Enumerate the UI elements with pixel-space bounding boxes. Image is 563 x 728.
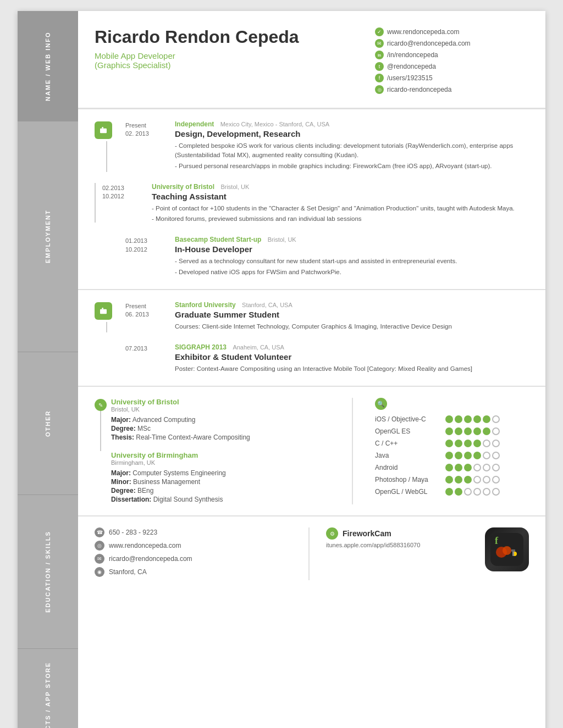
twitter-icon: t <box>375 62 384 71</box>
flickr-icon: f <box>375 74 384 82</box>
company-3: Basecamp Student Start-up Bristol, UK <box>175 236 529 243</box>
app-icon: ⚙ <box>326 527 338 540</box>
other-company-1: Stanford University Stanford, CA, USA <box>175 301 529 309</box>
other-company-2: SIGGRAPH 2013 Anaheim, CA, USA <box>175 343 529 351</box>
skill-row-3: Java <box>375 452 529 459</box>
contact-website: ✓ www.rendoncepeda.com <box>375 27 529 36</box>
contact-email-row: ✉ ricardo@rendoncepeda.com <box>95 554 297 564</box>
skill-row-5: Photoshop / Maya <box>375 476 529 484</box>
contact-web-icon: ◎ <box>95 541 104 551</box>
contact-linkedin: in /in/rendoncepeda <box>375 51 529 59</box>
edu-icon-1: ✎ <box>95 399 107 411</box>
contacts-right: ⚙ FireworkCam itunes.apple.com/app/id588… <box>321 527 529 580</box>
job-title-2: Teaching Assistant <box>152 192 529 201</box>
full-name: Ricardo Rendon Cepeda <box>95 27 375 47</box>
skill-row-2: C / C++ <box>375 440 529 447</box>
skills-list: iOS / Objective-COpenGL ESC / C++JavaAnd… <box>375 415 529 496</box>
skills-col: 🔍 iOS / Objective-COpenGL ESC / C++JavaA… <box>364 398 529 504</box>
svg-rect-0 <box>100 129 107 134</box>
job-desc-3: - Served as a technology consultant for … <box>175 257 529 277</box>
app-info: ⚙ FireworkCam itunes.apple.com/app/id588… <box>326 527 420 548</box>
contact-twitter: t @rendoncepeda <box>375 62 529 71</box>
other-entry-1: Present 06. 2013 Stanford University Sta… <box>95 301 529 332</box>
contacts-section: ☎ 650 - 283 - 9223 ◎ www.rendoncepeda.co… <box>78 516 545 591</box>
sidebar: NAME / WEB INFO EMPLOYMENT OTHER EDUCATI… <box>18 11 78 728</box>
email-icon: ✉ <box>375 39 384 48</box>
website-icon: ✓ <box>375 27 384 36</box>
skill-row-6: OpenGL / WebGL <box>375 488 529 496</box>
sidebar-employment: EMPLOYMENT <box>18 121 78 352</box>
other-content-1: Stanford University Stanford, CA, USA Gr… <box>175 301 529 332</box>
svg-point-4 <box>503 546 511 555</box>
contact-website-row: ◎ www.rendoncepeda.com <box>95 541 297 551</box>
header-left: Ricardo Rendon Cepeda Mobile App Develop… <box>95 27 375 97</box>
date-1: Present 02. 2013 <box>125 120 175 172</box>
skills-search-icon: 🔍 <box>375 398 387 410</box>
sidebar-edu-skills: EDUCATION / SKILLS <box>18 494 78 648</box>
employment-entry-3: 01.2013 10.2012 Basecamp Student Start-u… <box>95 236 529 278</box>
svg-text:f: f <box>495 535 499 546</box>
skill-row-4: Android <box>375 464 529 471</box>
contact-email: ✉ ricardo@rendoncepeda.com <box>375 39 529 48</box>
contacts-left: ☎ 650 - 283 - 9223 ◎ www.rendoncepeda.co… <box>95 527 310 580</box>
app-store-logo: f <box>485 527 529 571</box>
job-title: Mobile App Developer (Graphics Specialis… <box>95 51 375 70</box>
other-icon-1 <box>95 302 112 320</box>
entry-content-2: University of Bristol Bristol, UK Teachi… <box>152 183 529 225</box>
other-content-2: SIGGRAPH 2013 Anaheim, CA, USA Exhibitor… <box>175 343 529 375</box>
contact-location-row: ◉ Stanford, CA <box>95 567 297 577</box>
phone-icon: ☎ <box>95 527 104 537</box>
other-desc-1: Courses: Client-side Internet Technology… <box>175 322 529 331</box>
employment-icon-1 <box>95 121 112 139</box>
employment-entry-1: Present 02. 2013 Independent Mexico City… <box>95 120 529 172</box>
edu-skills-section: ✎ University of Bristol Bristol, UK Majo… <box>78 387 545 516</box>
sidebar-name-webinfo: NAME / WEB INFO <box>18 11 78 121</box>
sidebar-contacts: CONTACTS / APP STORE <box>18 648 78 728</box>
contact-flickr: f /users/1923515 <box>375 74 529 82</box>
entry-content-1: Independent Mexico City, Mexico - Stanfo… <box>175 120 529 172</box>
education-col: ✎ University of Bristol Bristol, UK Majo… <box>95 398 353 504</box>
header-section: Ricardo Rendon Cepeda Mobile App Develop… <box>78 11 545 109</box>
company-2: University of Bristol Bristol, UK <box>152 183 529 191</box>
github-icon: ◎ <box>375 85 384 94</box>
skill-row-0: iOS / Objective-C <box>375 415 529 423</box>
contact-location-icon: ◉ <box>95 567 104 577</box>
svg-rect-8 <box>511 549 515 552</box>
contact-phone-row: ☎ 650 - 283 - 9223 <box>95 527 297 537</box>
app-info-row: ⚙ FireworkCam itunes.apple.com/app/id588… <box>326 527 529 571</box>
skill-row-1: OpenGL ES <box>375 427 529 435</box>
other-entry-2: 07.2013 SIGGRAPH 2013 Anaheim, CA, USA E… <box>95 343 529 375</box>
job-desc-1: - Completed bespoke iOS work for various… <box>175 141 529 171</box>
contact-email-icon: ✉ <box>95 554 104 564</box>
resume-wrapper: NAME / WEB INFO EMPLOYMENT OTHER EDUCATI… <box>18 11 545 728</box>
employment-entry-2: 02.2013 10.2012 University of Bristol Br… <box>95 183 529 225</box>
svg-rect-1 <box>100 309 107 314</box>
job-title-3: In-House Developer <box>175 244 529 254</box>
edu-line-1 <box>100 411 101 451</box>
other-date-1: Present 06. 2013 <box>125 301 175 332</box>
date-2: 02.2013 10.2012 <box>102 183 152 225</box>
other-title-1: Graduate Summer Student <box>175 310 529 319</box>
header-contacts: ✓ www.rendoncepeda.com ✉ ricardo@rendonc… <box>375 27 529 97</box>
sidebar-other: OTHER <box>18 352 78 494</box>
other-section: Present 06. 2013 Stanford University Sta… <box>78 290 545 387</box>
employment-section: Present 02. 2013 Independent Mexico City… <box>78 109 545 290</box>
job-title-1: Design, Development, Research <box>175 129 529 138</box>
main-content: Ricardo Rendon Cepeda Mobile App Develop… <box>78 11 545 728</box>
other-desc-2: Poster: Context-Aware Compositing using … <box>175 364 529 374</box>
date-3: 01.2013 10.2012 <box>125 236 175 278</box>
linkedin-icon: in <box>375 51 384 59</box>
other-title-2: Exhibitor & Student Volunteer <box>175 352 529 362</box>
contact-github: ◎ ricardo-rendoncepeda <box>375 85 529 94</box>
entry-content-3: Basecamp Student Start-up Bristol, UK In… <box>175 236 529 278</box>
job-desc-2: - Point of contact for +100 students in … <box>152 204 529 224</box>
other-date-2: 07.2013 <box>125 343 175 375</box>
company-1: Independent Mexico City, Mexico - Stanfo… <box>175 120 529 128</box>
